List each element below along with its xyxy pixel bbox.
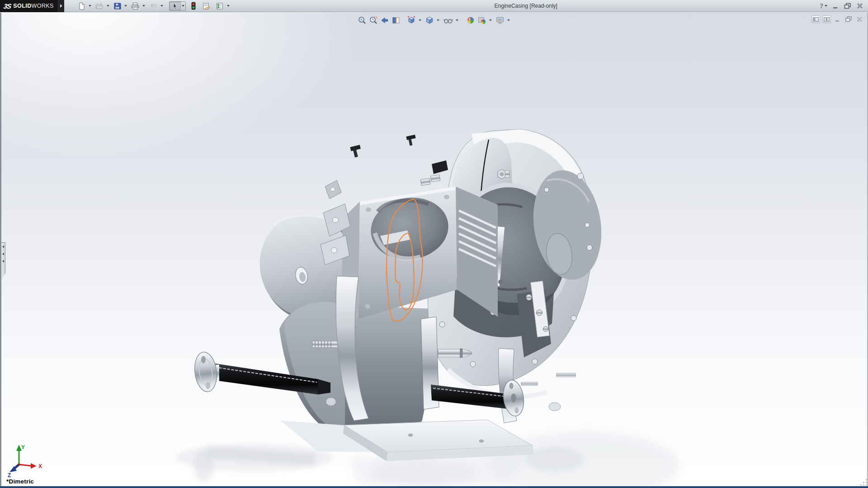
close-icon (856, 3, 863, 9)
collapse-arrow-icon (2, 253, 4, 255)
doc-minimize-button[interactable] (833, 15, 842, 23)
window-controls: ? (820, 2, 868, 10)
zoom-to-fit-icon (358, 16, 367, 25)
section-view-button[interactable] (391, 15, 401, 25)
help-dropdown-arrow (825, 5, 827, 7)
previous-view-icon (380, 16, 389, 25)
graphics-area[interactable]: Y X Z *Dimetric (0, 13, 868, 486)
window-bottom-border (0, 486, 868, 488)
edit-appearance-button[interactable] (466, 15, 476, 25)
undo-button[interactable] (148, 1, 158, 11)
triad-y-label: Y (21, 444, 25, 450)
resize-grip[interactable] (856, 479, 867, 486)
view-settings-button[interactable] (495, 15, 505, 25)
doc-close-icon (856, 17, 863, 22)
save-dropdown-arrow[interactable] (124, 5, 127, 7)
minimize-button[interactable] (832, 3, 839, 9)
model-chrome-studs[interactable] (420, 175, 440, 186)
print-button[interactable] (130, 1, 140, 11)
file-properties-icon (202, 2, 210, 10)
zoom-to-area-button[interactable] (368, 15, 378, 25)
pane-right-icon (824, 17, 830, 22)
collapse-arrow-icon (2, 245, 4, 248)
headsup-view-toolbar (357, 15, 512, 25)
appearance-ball-icon (466, 16, 475, 25)
apply-scene-dropdown[interactable] (489, 19, 492, 21)
restore-icon (844, 3, 852, 9)
select-cursor-icon (171, 2, 179, 10)
restore-button[interactable] (844, 3, 852, 9)
open-folder-icon (95, 2, 104, 10)
close-button[interactable] (856, 3, 863, 9)
new-document-icon (78, 2, 85, 10)
menu-expand-arrow-icon (60, 4, 62, 8)
undo-dropdown-arrow[interactable] (160, 5, 163, 7)
reference-triad: Y X Z (4, 443, 45, 479)
brand-text: SOLIDWORKS (13, 3, 53, 9)
view-settings-monitor-icon (495, 16, 505, 25)
solidworks-window: 3S SOLIDWORKS (0, 0, 868, 488)
select-dropdown-arrow (182, 5, 184, 7)
doc-restore-button[interactable] (844, 15, 853, 23)
help-button[interactable]: ? (820, 2, 828, 10)
new-document-button[interactable] (77, 1, 86, 11)
file-properties-button[interactable] (201, 1, 211, 11)
doc-restore-icon (845, 16, 852, 22)
pane-left-icon (813, 17, 819, 22)
engine-casing-model[interactable] (1, 13, 868, 486)
apply-scene-icon (477, 16, 486, 25)
options-checklist-icon (216, 2, 224, 10)
brand-bold: SOLID (13, 3, 31, 9)
section-view-icon (392, 16, 401, 25)
previous-view-button[interactable] (380, 15, 390, 25)
triad-x-label: X (38, 463, 42, 469)
zoom-to-fit-button[interactable] (357, 15, 367, 25)
display-style-button[interactable] (425, 15, 434, 25)
help-icon: ? (820, 2, 824, 10)
document-title: EngineCasing [Read-only] (232, 3, 820, 9)
titlebar: 3S SOLIDWORKS (0, 0, 868, 12)
print-dropdown-arrow[interactable] (142, 5, 145, 7)
view-orientation-cube-icon (407, 16, 416, 25)
new-dropdown-arrow[interactable] (89, 5, 91, 7)
document-window-controls (811, 15, 863, 23)
pane-right-button[interactable] (822, 15, 831, 23)
brand-light: WORKS (32, 3, 54, 9)
triad-z-label: Z (8, 472, 11, 479)
view-settings-dropdown[interactable] (507, 19, 510, 21)
minimize-icon (832, 3, 839, 9)
undo-arrow-icon (149, 2, 157, 10)
open-button[interactable] (94, 1, 104, 11)
rebuild-traffic-light-icon (191, 2, 196, 10)
open-dropdown-arrow[interactable] (107, 5, 109, 7)
options-button[interactable] (215, 1, 225, 11)
view-orientation-label: *Dimetric (6, 478, 34, 485)
select-dropdown-button[interactable] (180, 2, 185, 10)
zoom-to-area-icon (369, 16, 378, 25)
menu-expand-button[interactable] (58, 0, 64, 12)
pane-left-button[interactable] (811, 15, 820, 23)
view-orientation-button[interactable] (406, 15, 416, 25)
model-top-studs (350, 135, 415, 157)
doc-close-button[interactable] (855, 15, 863, 23)
triad-x-arrow (31, 463, 37, 469)
save-floppy-icon (113, 2, 121, 10)
collapse-arrow-icon (2, 260, 4, 263)
hide-show-items-button[interactable] (443, 15, 453, 25)
display-style-dropdown[interactable] (437, 19, 439, 21)
solidworks-logo: 3S SOLIDWORKS (0, 0, 58, 12)
standard-toolbar (77, 1, 232, 11)
save-button[interactable] (113, 1, 122, 11)
display-style-cube-icon (425, 16, 434, 25)
logo-mark-icon: 3S (3, 2, 12, 10)
model-black-bolt[interactable] (432, 160, 448, 174)
print-icon (131, 2, 139, 10)
select-button[interactable] (170, 2, 180, 10)
hide-show-items-dropdown[interactable] (456, 19, 458, 21)
eyeglasses-icon (443, 16, 453, 25)
select-tool-group (169, 1, 186, 11)
apply-scene-button[interactable] (477, 15, 487, 25)
view-orientation-dropdown[interactable] (419, 19, 421, 21)
options-dropdown-arrow[interactable] (227, 5, 230, 7)
rebuild-button[interactable] (190, 1, 197, 11)
